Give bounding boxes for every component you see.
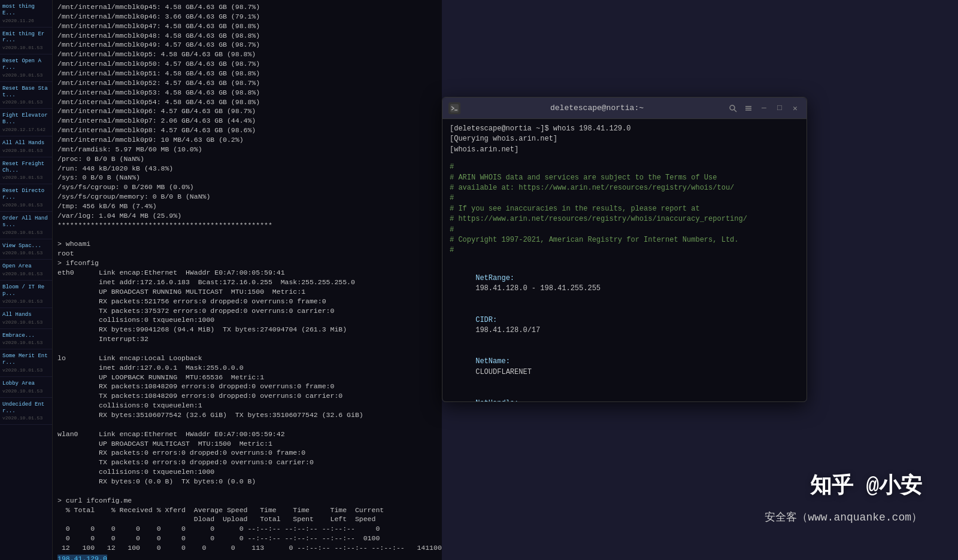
whois-comment-8: # Copyright 1997-2021, American Registry… bbox=[450, 235, 799, 245]
sidebar-item-7-title: Reset Freight Ch... bbox=[2, 161, 50, 174]
sidebar-item-16[interactable]: Lobby Area v2020.10.01.53 bbox=[0, 377, 52, 398]
sidebar-item-1[interactable]: most thing E... v2020.11.26 bbox=[0, 0, 52, 28]
sidebar-item-15-title: Some Merit Entr... bbox=[2, 353, 50, 366]
window-title: deletescape@nortia:~ bbox=[466, 104, 727, 112]
sidebar-item-10[interactable]: View Spac... v2020.10.01.53 bbox=[0, 239, 52, 260]
whois-cmd-text: [deletescape@nortia ~]$ whois 198.41.129… bbox=[450, 124, 630, 133]
sidebar-item-11-title: Open Area bbox=[2, 263, 50, 270]
sidebar-item-8[interactable]: Reset Director... v2020.10.01.53 bbox=[0, 184, 52, 212]
svg-line-3 bbox=[734, 109, 736, 112]
sidebar-item-12-title: Bloom / IT Rep... bbox=[2, 284, 50, 297]
sidebar-item-16-date: v2020.10.01.53 bbox=[2, 388, 50, 394]
sidebar-item-6-title: All All Hands bbox=[2, 140, 50, 147]
sidebar-item-17-title: Undecided Entr... bbox=[2, 401, 50, 415]
sidebar-item-3-title: Reset Open Ar... bbox=[2, 58, 50, 71]
whois-titlebar: deletescape@nortia:~ — □ ✕ bbox=[442, 98, 807, 119]
disk-usage-output: /mnt/internal/mmcblk0p45: 4.58 GB/4.63 G… bbox=[57, 2, 437, 553]
sidebar-item-14-title: Embrace... bbox=[2, 333, 50, 339]
sidebar-item-8-date: v2020.10.01.53 bbox=[2, 202, 50, 208]
whois-field-nethandle: NetHandle: NET-198-41-128-0-1 bbox=[450, 388, 799, 401]
sidebar-item-14-date: v2020.10.01.53 bbox=[2, 340, 50, 345]
sidebar-item-6[interactable]: All All Hands v2020.10.01.53 bbox=[0, 136, 52, 157]
sidebar-item-11-date: v2020.10.01.53 bbox=[2, 271, 50, 276]
whois-comment-6: # https://www.arin.net/resources/registr… bbox=[450, 214, 799, 224]
sidebar-item-3[interactable]: Reset Open Ar... v2020.10.01.53 bbox=[0, 54, 52, 82]
sidebar-item-2-title: Emit thing Err... bbox=[2, 31, 50, 44]
sidebar-item-16-title: Lobby Area bbox=[2, 381, 50, 387]
sidebar-item-5-title: Fight Elevator B... bbox=[2, 112, 50, 126]
main-terminal[interactable]: /mnt/internal/mmcblk0p45: 4.58 GB/4.63 G… bbox=[53, 0, 442, 560]
sidebar-item-12[interactable]: Bloom / IT Rep... v2020.10.01.53 bbox=[0, 281, 52, 308]
sidebar-item-6-date: v2020.10.01.53 bbox=[2, 148, 50, 153]
sidebar-item-13-title: All Hands bbox=[2, 312, 50, 318]
sidebar-item-11[interactable]: Open Area v2020.10.01.53 bbox=[0, 260, 52, 281]
whois-key-netname: NetName: bbox=[475, 357, 562, 367]
whois-val-netrange: 198.41.128.0 - 198.41.255.255 bbox=[475, 284, 601, 293]
whois-server-text: [whois.arin.net] bbox=[450, 145, 519, 154]
sidebar-item-13-date: v2020.10.01.53 bbox=[2, 319, 50, 325]
sidebar-item-17[interactable]: Undecided Entr... v2020.10.01.53 bbox=[0, 398, 52, 425]
sidebar-item-9-date: v2020.10.01.53 bbox=[2, 230, 50, 235]
sidebar-item-5[interactable]: Fight Elevator B... v2020.12.17.542 bbox=[0, 109, 52, 136]
whois-val-cidr: 198.41.128.0/17 bbox=[475, 326, 540, 334]
watermark-sub: 安全客（www.anquanke.com） bbox=[765, 510, 922, 524]
whois-comment-3: # available at: https://www.arin.net/res… bbox=[450, 183, 799, 193]
whois-content[interactable]: [deletescape@nortia ~]$ whois 198.41.129… bbox=[442, 119, 807, 401]
sidebar-item-9[interactable]: Order All Hands... v2020.10.01.53 bbox=[0, 212, 52, 239]
sidebar-item-15[interactable]: Some Merit Entr... v2020.10.01.53 bbox=[0, 349, 52, 377]
sidebar-item-4-date: v2020.10.01.53 bbox=[2, 99, 50, 105]
sidebar-item-4[interactable]: Reset Base Stat... v2020.10.01.53 bbox=[0, 82, 52, 109]
ip-address: 198.41.129.0 bbox=[57, 555, 107, 560]
sidebar-item-17-date: v2020.10.01.53 bbox=[2, 415, 50, 421]
whois-comment-2: # ARIN WHOIS data and services are subje… bbox=[450, 173, 799, 183]
sidebar-item-9-title: Order All Hands... bbox=[2, 215, 50, 229]
sidebar-item-12-date: v2020.10.01.53 bbox=[2, 299, 50, 304]
whois-querying-text: [Querying whois.arin.net] bbox=[450, 135, 557, 143]
sidebar-item-5-date: v2020.12.17.542 bbox=[2, 127, 50, 132]
whois-comment-9: # bbox=[450, 245, 799, 255]
whois-key-nethandle: NetHandle: bbox=[475, 398, 562, 401]
whois-server: [whois.arin.net] bbox=[450, 145, 799, 155]
sidebar-item-2[interactable]: Emit thing Err... v2020.10.01.53 bbox=[0, 28, 52, 55]
sidebar-item-10-date: v2020.10.01.53 bbox=[2, 250, 50, 255]
whois-key-netrange: NetRange: bbox=[475, 273, 562, 284]
sidebar-item-4-title: Reset Base Stat... bbox=[2, 86, 50, 99]
whois-comment-1: # bbox=[450, 162, 799, 172]
minimize-button[interactable]: — bbox=[759, 103, 769, 114]
search-button[interactable] bbox=[727, 103, 738, 114]
sidebar-item-15-date: v2020.10.01.53 bbox=[2, 367, 50, 373]
curl-ip-output: 198.41.129.0 bbox=[57, 554, 437, 560]
whois-comment-4: # bbox=[450, 193, 799, 203]
window-controls: — □ ✕ bbox=[727, 103, 801, 114]
sidebar-item-1-date: v2020.11.26 bbox=[2, 18, 50, 23]
sidebar-item-7-date: v2020.10.01.53 bbox=[2, 175, 50, 180]
whois-querying: [Querying whois.arin.net] bbox=[450, 134, 799, 144]
sidebar-item-1-title: most thing E... bbox=[2, 4, 50, 17]
menu-button[interactable] bbox=[743, 103, 754, 114]
sidebar-item-3-date: v2020.10.01.53 bbox=[2, 72, 50, 78]
whois-key-cidr: CIDR: bbox=[475, 315, 562, 325]
sidebar-item-14[interactable]: Embrace... v2020.10.01.53 bbox=[0, 329, 52, 350]
whois-field-netrange: NetRange: 198.41.128.0 - 198.41.255.255 bbox=[450, 263, 799, 305]
maximize-button[interactable]: □ bbox=[774, 103, 785, 114]
whois-window: deletescape@nortia:~ — □ ✕ [deletescape@… bbox=[442, 97, 807, 402]
sidebar: most thing E... v2020.11.26 Emit thing E… bbox=[0, 0, 53, 560]
whois-comment-7: # bbox=[450, 225, 799, 235]
whois-val-netname: CLOUDFLARENET bbox=[475, 368, 532, 376]
sidebar-item-13[interactable]: All Hands v2020.10.01.53 bbox=[0, 308, 52, 329]
close-button[interactable]: ✕ bbox=[790, 103, 801, 114]
terminal-icon bbox=[448, 102, 460, 114]
sidebar-item-8-title: Reset Director... bbox=[2, 188, 50, 201]
sidebar-item-2-date: v2020.10.01.53 bbox=[2, 45, 50, 50]
sidebar-item-10-title: View Spac... bbox=[2, 243, 50, 249]
svg-point-2 bbox=[730, 105, 735, 110]
whois-cmd-line: [deletescape@nortia ~]$ whois 198.41.129… bbox=[450, 124, 799, 134]
whois-field-cidr: CIDR: 198.41.128.0/17 bbox=[450, 305, 799, 346]
watermark-main: 知乎 @小安 bbox=[810, 471, 922, 500]
whois-field-netname: NetName: CLOUDFLARENET bbox=[450, 346, 799, 388]
whois-comment-5: # If you see inaccuracies in the results… bbox=[450, 204, 799, 214]
sidebar-item-7[interactable]: Reset Freight Ch... v2020.10.01.53 bbox=[0, 157, 52, 185]
